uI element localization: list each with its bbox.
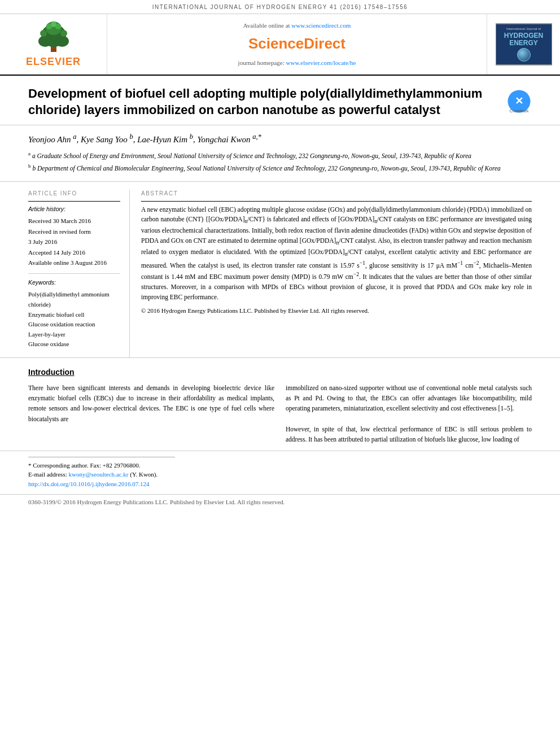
received-revised-label: Received in revised form [28, 227, 120, 237]
keyword-5: Glucose oxidase [28, 339, 120, 350]
journal-cover-area: International Journal of HYDROGENENERGY [487, 14, 560, 75]
header: ELSEVIER Available online at www.science… [0, 14, 560, 76]
footnotes: * Corresponding author. Fax: +82 2970680… [0, 451, 560, 492]
banner-text: INTERNATIONAL JOURNAL OF HYDROGEN ENERGY… [152, 4, 408, 10]
elsevier-tree-icon [31, 20, 76, 54]
email-footnote: E-mail address: kwony@seoultech.ac.kr (Y… [28, 470, 175, 479]
intro-right-text-2: However, in spite of that, low electrica… [286, 424, 532, 445]
journal-homepage-link[interactable]: www.elsevier.com/locate/he [286, 59, 356, 66]
keywords-label: Keywords: [28, 278, 120, 287]
abstract-title: ABSTRACT [141, 190, 532, 198]
keyword-3: Glucose oxidation reaction [28, 320, 120, 330]
accepted-date: Accepted 14 July 2016 [28, 248, 120, 257]
elsevier-wordmark: ELSEVIER [26, 55, 81, 69]
svg-text:CrossMark: CrossMark [510, 109, 529, 113]
corresponding-author: * Corresponding author. Fax: +82 2970680… [28, 461, 175, 470]
divider [28, 273, 120, 274]
right-column: ABSTRACT A new enzymatic biofuel cell (E… [130, 190, 560, 357]
title-section: Development of biofuel cell adopting mul… [0, 76, 560, 125]
footer-text: 0360-3199/© 2016 Hydrogen Energy Publica… [28, 499, 285, 505]
intro-right-text: immobilized on nano-sized supporter with… [286, 383, 532, 414]
intro-two-column: There have been significant interests an… [28, 383, 532, 445]
authors-section: Yeonjoo Ahn a, Kye Sang Yoo b, Lae-Hyun … [0, 125, 560, 181]
authors-line: Yeonjoo Ahn a, Kye Sang Yoo b, Lae-Hyun … [28, 132, 532, 146]
article-history: Article history: Received 30 March 2016 … [28, 201, 120, 268]
introduction-section: Introduction There have been significant… [0, 358, 560, 445]
copyright-line: © 2016 Hydrogen Energy Publications LLC.… [141, 307, 532, 315]
article-history-label: Article history: [28, 205, 120, 213]
email-link[interactable]: kwony@seoultech.ac.kr [68, 471, 128, 478]
keyword-2: Enzymatic biofuel cell [28, 310, 120, 320]
elsevier-logo-area: ELSEVIER [0, 14, 107, 75]
journal-homepage-text: journal homepage: www.elsevier.com/locat… [238, 59, 356, 67]
keyword-1: Poly(diallyldimethyl ammonium chloride) [28, 290, 120, 309]
crossmark-icon: ✕ CrossMark [506, 89, 532, 114]
svg-point-2 [38, 36, 52, 47]
left-column: ARTICLE INFO Article history: Received 3… [0, 190, 130, 357]
available-url-link[interactable]: www.sciencedirect.com [291, 22, 351, 29]
intro-left-col: There have been significant interests an… [28, 383, 274, 445]
svg-point-9 [51, 21, 56, 27]
article-title: Development of biofuel cell adopting mul… [28, 86, 506, 118]
revised-date: 3 July 2016 [28, 237, 120, 247]
received-date: Received 30 March 2016 [28, 216, 120, 226]
introduction-heading: Introduction [28, 367, 532, 378]
article-info-title: ARTICLE INFO [28, 190, 120, 198]
abstract-text: A new enzymatic biofuel cell (EBC) adopt… [141, 205, 532, 303]
intro-left-text: There have been significant interests an… [28, 383, 274, 425]
keyword-4: Layer-by-layer [28, 330, 120, 340]
keywords-block: Keywords: Poly(diallyldimethyl ammonium … [28, 278, 120, 350]
footnote-divider: * Corresponding author. Fax: +82 2970680… [28, 457, 175, 489]
doi-footnote: http://dx.doi.org/10.1016/j.ijhydene.201… [28, 479, 175, 489]
page-footer: 0360-3199/© 2016 Hydrogen Energy Publica… [0, 494, 560, 510]
intro-right-col: immobilized on nano-sized supporter with… [286, 383, 532, 445]
available-online-text: Available online at www.sciencedirect.co… [243, 21, 351, 30]
elsevier-logo: ELSEVIER [26, 20, 81, 69]
abstract-block: A new enzymatic biofuel cell (EBC) adopt… [141, 201, 532, 316]
affiliation-a: a a Graduate School of Energy and Enviro… [28, 150, 532, 161]
svg-point-6 [60, 30, 67, 37]
svg-point-5 [40, 30, 47, 37]
available-online-date: Available online 3 August 2016 [28, 258, 120, 268]
affiliations: a a Graduate School of Energy and Enviro… [28, 150, 532, 173]
sciencedirect-area: Available online at www.sciencedirect.co… [107, 14, 487, 75]
journal-cover-image: International Journal of HYDROGENENERGY [496, 23, 552, 65]
journal-banner: INTERNATIONAL JOURNAL OF HYDROGEN ENERGY… [0, 0, 560, 14]
svg-text:✕: ✕ [515, 95, 523, 107]
affiliation-b: b b Department of Chemical and Biomolecu… [28, 163, 532, 173]
doi-link[interactable]: http://dx.doi.org/10.1016/j.ijhydene.201… [28, 480, 150, 487]
svg-point-3 [55, 36, 69, 47]
sciencedirect-logo: ScienceDirect [248, 32, 345, 54]
article-info-abstract: ARTICLE INFO Article history: Received 3… [0, 182, 560, 358]
